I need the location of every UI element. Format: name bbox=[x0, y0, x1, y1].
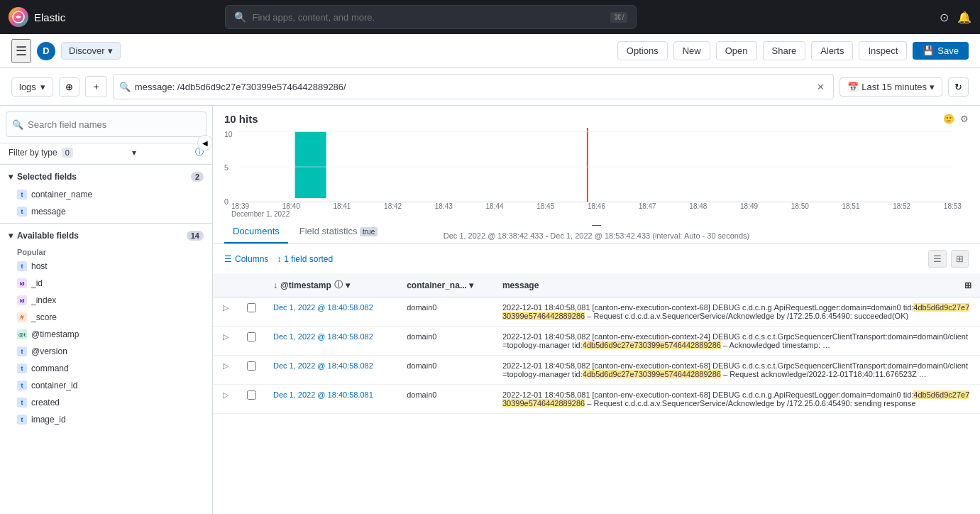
field-name: _score bbox=[31, 312, 57, 322]
row-expand-cell[interactable]: ▷ bbox=[213, 385, 238, 414]
expand-icon[interactable]: ▷ bbox=[221, 331, 230, 342]
add-filter-button[interactable]: ＋ bbox=[85, 76, 107, 97]
field-name: @version bbox=[31, 346, 67, 356]
grid-view-button[interactable]: ⊞ bbox=[951, 250, 969, 268]
main-content: 10 hits 🙂 ⚙ 10 5 0 bbox=[213, 106, 980, 514]
row-checkbox[interactable] bbox=[247, 361, 256, 371]
list-item[interactable]: t created bbox=[0, 394, 212, 411]
discover-tab-label: Discover bbox=[69, 45, 105, 56]
expand-icon[interactable]: ▷ bbox=[221, 360, 230, 371]
list-item[interactable]: t command bbox=[0, 360, 212, 377]
index-selector[interactable]: logs ▾ bbox=[11, 77, 53, 97]
filter-type-label: Filter by type bbox=[9, 148, 57, 158]
search-field-input[interactable] bbox=[28, 119, 200, 130]
search-field-wrap[interactable]: 🔍 bbox=[6, 111, 207, 137]
sidebar-collapse-button[interactable]: ◀ bbox=[197, 135, 213, 151]
list-item[interactable]: t container_name bbox=[0, 186, 212, 203]
columns-button[interactable]: ☰ Columns bbox=[224, 254, 268, 264]
field-type-icon: id bbox=[17, 278, 27, 288]
query-input-wrap[interactable]: 🔍 ✕ bbox=[113, 74, 834, 99]
sidebar-search-icon: 🔍 bbox=[12, 119, 23, 130]
time-label-0: 18:39 bbox=[231, 202, 249, 210]
inspect-button[interactable]: Inspect bbox=[859, 41, 907, 60]
time-range-selector[interactable]: 📅 Last 15 minutes ▾ bbox=[839, 77, 942, 97]
list-item[interactable]: t @version bbox=[0, 343, 212, 360]
alerts-button[interactable]: Alerts bbox=[811, 41, 853, 60]
field-type-icon: t bbox=[17, 346, 27, 356]
list-item[interactable]: t host bbox=[0, 258, 212, 275]
sort-button[interactable]: ↕ 1 field sorted bbox=[277, 254, 333, 264]
time-label-9: 18:48 bbox=[689, 202, 707, 210]
sort-label: 1 field sorted bbox=[284, 254, 333, 264]
row-container: domain0 bbox=[398, 356, 494, 385]
expand-icon[interactable]: ▷ bbox=[221, 302, 230, 313]
query-input[interactable] bbox=[135, 82, 814, 92]
row-select-cell[interactable] bbox=[238, 297, 265, 327]
available-fields-header-left: ▾ Available fields bbox=[9, 231, 79, 241]
options-button[interactable]: Options bbox=[617, 41, 668, 60]
new-button[interactable]: New bbox=[673, 41, 710, 60]
list-item[interactable]: t image_id bbox=[0, 411, 212, 428]
elastic-logo-text: Elastic bbox=[34, 11, 65, 23]
row-expand-cell[interactable]: ▷ bbox=[213, 327, 238, 356]
list-item[interactable]: # _score bbox=[0, 309, 212, 326]
menu-button[interactable]: ☰ bbox=[11, 39, 31, 63]
hits-settings-icon[interactable]: ⚙ bbox=[960, 114, 969, 124]
table-view-button[interactable]: ☰ bbox=[928, 250, 947, 268]
selected-fields-chevron: ▾ bbox=[9, 172, 13, 182]
table-header-row: ↓ @timestamp ⓘ ▾ container_na... ▾ messa… bbox=[213, 273, 980, 297]
list-item[interactable]: id _id bbox=[0, 275, 212, 292]
columns-icon: ☰ bbox=[224, 254, 232, 264]
field-type-icon: @t bbox=[17, 329, 27, 339]
share-button[interactable]: Share bbox=[763, 41, 806, 60]
table-controls-right: ☰ ⊞ bbox=[928, 250, 969, 268]
row-select-cell[interactable] bbox=[238, 327, 265, 356]
field-name: container_name bbox=[31, 190, 92, 199]
row-select-cell[interactable] bbox=[238, 385, 265, 414]
filter-toggle-button[interactable]: ⊕ bbox=[59, 77, 79, 97]
global-search[interactable]: 🔍 ⌘/ bbox=[225, 5, 637, 29]
expand-icon[interactable]: ▷ bbox=[221, 389, 230, 400]
notifications-icon[interactable]: 🔔 bbox=[957, 11, 971, 24]
open-button[interactable]: Open bbox=[716, 41, 757, 60]
available-fields-section[interactable]: ▾ Available fields 14 bbox=[0, 226, 212, 245]
field-name: _index bbox=[31, 295, 56, 305]
th-timestamp[interactable]: ↓ @timestamp ⓘ ▾ bbox=[265, 273, 398, 297]
list-item[interactable]: t container_id bbox=[0, 377, 212, 394]
table-row: ▷ Dec 1, 2022 @ 18:40:58.082 domain0 202… bbox=[213, 327, 980, 356]
selected-fields-section[interactable]: ▾ Selected fields 2 bbox=[0, 168, 212, 186]
time-label-2: 18:41 bbox=[333, 202, 351, 210]
query-clear-button[interactable]: ✕ bbox=[814, 79, 827, 95]
results-table: ↓ @timestamp ⓘ ▾ container_na... ▾ messa… bbox=[213, 273, 980, 414]
row-container: domain0 bbox=[398, 327, 494, 356]
th-container[interactable]: container_na... ▾ bbox=[398, 273, 494, 297]
time-label-13: 18:52 bbox=[893, 202, 910, 210]
refresh-button[interactable]: ↻ bbox=[948, 77, 969, 97]
chart-expand-handle[interactable]: — bbox=[224, 219, 969, 230]
container-header: container_na... bbox=[407, 280, 467, 290]
index-label: logs bbox=[19, 82, 36, 92]
row-select-cell[interactable] bbox=[238, 356, 265, 385]
list-item[interactable]: t message bbox=[0, 203, 212, 220]
help-icon[interactable]: ⊙ bbox=[940, 11, 949, 24]
discover-tab[interactable]: Discover ▾ bbox=[61, 42, 121, 60]
hits-smiley-icon[interactable]: 🙂 bbox=[943, 114, 954, 124]
list-item[interactable]: id _index bbox=[0, 292, 212, 309]
field-type-icon: t bbox=[17, 207, 27, 217]
filter-type-chevron[interactable]: ▾ bbox=[132, 148, 136, 158]
timestamp-sort[interactable]: ↓ @timestamp ⓘ ▾ bbox=[273, 279, 390, 291]
list-item[interactable]: @t @timestamp bbox=[0, 326, 212, 343]
global-search-input[interactable] bbox=[252, 12, 605, 23]
row-checkbox[interactable] bbox=[247, 303, 256, 312]
field-name: command bbox=[31, 363, 69, 373]
hits-actions: 🙂 ⚙ bbox=[943, 114, 969, 124]
th-message[interactable]: message ⊞ bbox=[494, 273, 980, 297]
row-expand-cell[interactable]: ▷ bbox=[213, 356, 238, 385]
discover-badge[interactable]: D bbox=[37, 42, 55, 60]
available-fields-count: 14 bbox=[187, 231, 204, 241]
elastic-logo[interactable]: Elastic bbox=[9, 7, 65, 27]
save-button[interactable]: 💾 Save bbox=[913, 42, 969, 60]
row-expand-cell[interactable]: ▷ bbox=[213, 297, 238, 327]
row-checkbox[interactable] bbox=[247, 390, 256, 400]
row-checkbox[interactable] bbox=[247, 332, 256, 341]
